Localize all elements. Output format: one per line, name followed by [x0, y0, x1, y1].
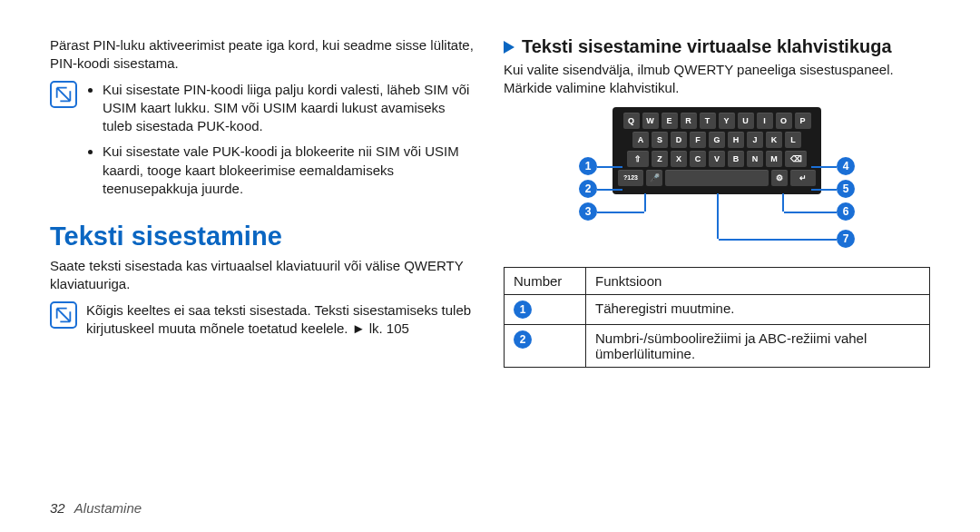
row-func: Täheregistri muutmine.: [586, 294, 930, 324]
key: N: [747, 151, 763, 167]
key: A: [632, 132, 649, 148]
key: E: [662, 113, 678, 129]
callout-line: [719, 239, 837, 241]
subsection-title-row: Teksti sisestamine virtuaalse klahvistik…: [504, 36, 930, 57]
sym-key: ?123: [618, 170, 643, 186]
keyboard-figure: Q W E R T Y U I O P A S D: [504, 107, 930, 252]
table-row: 1 Täheregistri muutmine.: [505, 294, 930, 324]
row-func: Numbri-/sümboolirežiimi ja ABC-režiimi v…: [586, 324, 930, 367]
key: R: [681, 113, 697, 129]
callout-line: [644, 193, 646, 212]
space-key: [665, 170, 769, 186]
key: D: [671, 132, 687, 148]
key: H: [728, 132, 744, 148]
key: L: [785, 132, 801, 148]
sub-para: Kui valite sisendvälja, ilmub QWERTY pan…: [504, 61, 930, 98]
callout-line: [597, 189, 622, 191]
key: U: [738, 113, 754, 129]
key: V: [709, 151, 725, 167]
callout-circle: 3: [579, 202, 597, 221]
section-title: Teksti sisestamine: [50, 222, 476, 251]
enter-key: ↵: [790, 170, 816, 186]
chevron-right-icon: [504, 41, 514, 54]
note2-text: Kõigis keeltes ei saa teksti sisestada. …: [86, 301, 476, 339]
callout-line: [784, 212, 837, 213]
callout-line: [811, 166, 837, 168]
key: X: [671, 151, 687, 167]
key: J: [747, 132, 763, 148]
right-column: Teksti sisestamine virtuaalse klahvistik…: [504, 36, 930, 368]
subsection-title: Teksti sisestamine virtuaalse klahvistik…: [522, 36, 892, 57]
row-num-circle: 1: [514, 300, 532, 319]
gear-key: ⚙: [771, 170, 788, 186]
callout-circle: 2: [579, 180, 597, 198]
callout-circle: 4: [837, 157, 855, 175]
key-row-2: A S D F G H J K L: [618, 132, 816, 148]
note-box-1: Kui sisestate PIN-koodi liiga palju kord…: [50, 81, 476, 206]
key: T: [700, 113, 716, 129]
th-function: Funktsioon: [586, 267, 930, 294]
callout-line: [811, 189, 837, 191]
key: K: [766, 132, 782, 148]
callout-circle: 6: [837, 202, 855, 221]
shift-key: ⇧: [627, 151, 649, 167]
intro-para: Pärast PIN-luku aktiveerimist peate iga …: [50, 36, 476, 74]
key: G: [709, 132, 725, 148]
key: F: [690, 132, 706, 148]
row-num-circle: 2: [514, 330, 532, 349]
note-box-2: Kõigis keeltes ei saa teksti sisestada. …: [50, 301, 476, 339]
function-table: Number Funktsioon 1 Täheregistri muutmin…: [504, 267, 930, 368]
key: P: [795, 113, 811, 129]
key-row-1: Q W E R T Y U I O P: [618, 113, 816, 129]
key: O: [776, 113, 792, 129]
note1-item: Kui sisestate PIN-koodi liiga palju kord…: [103, 81, 476, 136]
th-number: Number: [505, 267, 586, 294]
key-row-4: ?123 🎤 ⚙ ↵: [618, 170, 816, 186]
page-number: 32: [50, 500, 65, 516]
page-footer: 32 Alustamine: [50, 500, 142, 516]
note-icon: [50, 81, 77, 108]
key: M: [766, 151, 782, 167]
callout-line: [782, 193, 784, 212]
key: S: [652, 132, 668, 148]
note-icon: [50, 301, 77, 329]
footer-section: Alustamine: [74, 500, 142, 516]
key: I: [757, 113, 773, 129]
key: Y: [719, 113, 735, 129]
backspace-key: ⌫: [785, 151, 807, 167]
key: B: [728, 151, 744, 167]
key: Z: [652, 151, 668, 167]
callout-circle: 5: [837, 180, 855, 198]
callout-line: [717, 193, 719, 239]
table-row: 2 Numbri-/sümboolirežiimi ja ABC-režiimi…: [505, 324, 930, 367]
callout-line: [597, 212, 644, 213]
callout-circle: 1: [579, 157, 597, 175]
callout-line: [597, 166, 622, 168]
left-column: Pärast PIN-luku aktiveerimist peate iga …: [50, 36, 476, 368]
virtual-keyboard: Q W E R T Y U I O P A S D: [612, 107, 821, 194]
key: Q: [623, 113, 640, 129]
note1-item: Kui sisestate vale PUK-koodi ja blokeeri…: [103, 143, 476, 198]
key: W: [642, 113, 659, 129]
callout-circle: 7: [837, 230, 855, 248]
mic-key: 🎤: [646, 170, 662, 186]
section-para: Saate teksti sisestada kas virtuaalsel k…: [50, 257, 476, 294]
key: C: [690, 151, 706, 167]
key-row-3: ⇧ Z X C V B N M ⌫: [618, 151, 816, 167]
